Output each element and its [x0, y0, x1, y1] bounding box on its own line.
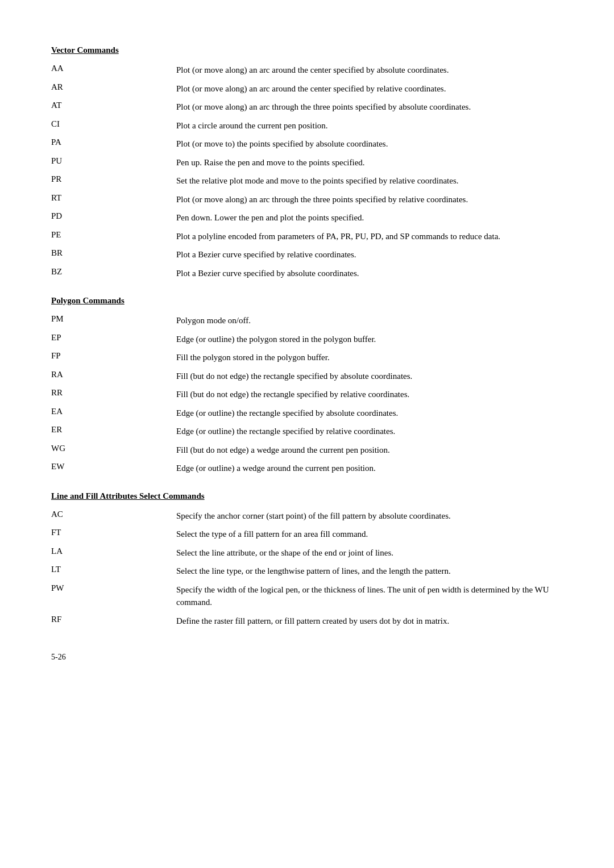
section-title-vector-commands: Vector Commands [51, 45, 563, 55]
table-row: RFDefine the raster fill pattern, or fil… [51, 612, 563, 631]
command-code: RF [51, 612, 176, 631]
command-code: PE [51, 227, 176, 246]
command-code: EP [51, 330, 176, 349]
command-description: Edge (or outline) the rectangle specifie… [176, 404, 563, 423]
command-table-line-fill-commands: ACSpecify the anchor corner (start point… [51, 507, 563, 631]
command-table-vector-commands: AAPlot (or move along) an arc around the… [51, 61, 563, 282]
command-description: Plot (or move along) an arc around the c… [176, 61, 563, 80]
command-description: Fill (but do not edge) the rectangle spe… [176, 385, 563, 404]
table-row: RAFill (but do not edge) the rectangle s… [51, 367, 563, 386]
table-row: RTPlot (or move along) an arc through th… [51, 190, 563, 209]
command-code: BR [51, 245, 176, 264]
command-code: PR [51, 172, 176, 190]
command-description: Plot a Bezier curve specified by absolut… [176, 264, 563, 283]
table-row: CIPlot a circle around the current pen p… [51, 116, 563, 135]
command-description: Fill (but do not edge) a wedge around th… [176, 441, 563, 460]
table-row: LASelect the line attribute, or the shap… [51, 544, 563, 562]
command-description: Specify the width of the logical pen, or… [176, 581, 563, 612]
table-row: PDPen down. Lower the pen and plot the p… [51, 208, 563, 227]
table-row: FPFill the polygon stored in the polygon… [51, 348, 563, 367]
table-row: EAEdge (or outline) the rectangle specif… [51, 404, 563, 423]
command-code: RR [51, 385, 176, 404]
command-description: Plot (or move along) an arc around the c… [176, 80, 563, 98]
command-description: Plot (or move along) an arc through the … [176, 98, 563, 116]
command-description: Pen up. Raise the pen and move to the po… [176, 153, 563, 172]
table-row: AAPlot (or move along) an arc around the… [51, 61, 563, 80]
command-code: FT [51, 525, 176, 544]
table-row: RRFill (but do not edge) the rectangle s… [51, 385, 563, 404]
command-code: AC [51, 507, 176, 525]
table-row: EPEdge (or outline) the polygon stored i… [51, 330, 563, 349]
command-code: FP [51, 348, 176, 367]
command-code: AT [51, 98, 176, 116]
command-code: PU [51, 153, 176, 172]
command-description: Set the relative plot mode and move to t… [176, 172, 563, 190]
command-description: Plot (or move to) the points specified b… [176, 135, 563, 153]
table-row: PMPolygon mode on/off. [51, 311, 563, 330]
section-title-line-fill-commands: Line and Fill Attributes Select Commands [51, 491, 563, 501]
table-row: EWEdge (or outline) a wedge around the c… [51, 459, 563, 478]
command-description: Plot (or move along) an arc through the … [176, 190, 563, 209]
table-row: ATPlot (or move along) an arc through th… [51, 98, 563, 116]
table-row: FTSelect the type of a fill pattern for … [51, 525, 563, 544]
command-description: Define the raster fill pattern, or fill … [176, 612, 563, 631]
command-code: PD [51, 208, 176, 227]
table-row: WGFill (but do not edge) a wedge around … [51, 441, 563, 460]
command-code: EA [51, 404, 176, 423]
command-code: ER [51, 422, 176, 441]
command-code: EW [51, 459, 176, 478]
table-row: ARPlot (or move along) an arc around the… [51, 80, 563, 98]
section-title-polygon-commands: Polygon Commands [51, 296, 563, 306]
command-description: Plot a Bezier curve specified by relativ… [176, 245, 563, 264]
command-code: PW [51, 581, 176, 612]
command-code: RT [51, 190, 176, 209]
command-code: BZ [51, 264, 176, 283]
command-code: LA [51, 544, 176, 562]
command-code: PM [51, 311, 176, 330]
table-row: PWSpecify the width of the logical pen, … [51, 581, 563, 612]
command-code: PA [51, 135, 176, 153]
page-number: 5-26 [51, 653, 563, 662]
table-row: PUPen up. Raise the pen and move to the … [51, 153, 563, 172]
table-row: EREdge (or outline) the rectangle specif… [51, 422, 563, 441]
command-description: Select the type of a fill pattern for an… [176, 525, 563, 544]
table-row: BZPlot a Bezier curve specified by absol… [51, 264, 563, 283]
table-row: PRSet the relative plot mode and move to… [51, 172, 563, 190]
table-row: ACSpecify the anchor corner (start point… [51, 507, 563, 525]
command-code: WG [51, 441, 176, 460]
command-description: Polygon mode on/off. [176, 311, 563, 330]
command-description: Edge (or outline) the polygon stored in … [176, 330, 563, 349]
command-code: AA [51, 61, 176, 80]
table-row: PAPlot (or move to) the points specified… [51, 135, 563, 153]
command-description: Plot a circle around the current pen pos… [176, 116, 563, 135]
command-code: LT [51, 562, 176, 581]
command-code: AR [51, 80, 176, 98]
command-code: RA [51, 367, 176, 386]
table-row: BRPlot a Bezier curve specified by relat… [51, 245, 563, 264]
command-table-polygon-commands: PMPolygon mode on/off.EPEdge (or outline… [51, 311, 563, 478]
table-row: LTSelect the line type, or the lengthwis… [51, 562, 563, 581]
command-description: Edge (or outline) the rectangle specifie… [176, 422, 563, 441]
table-row: PEPlot a polyline encoded from parameter… [51, 227, 563, 246]
command-description: Select the line type, or the lengthwise … [176, 562, 563, 581]
command-code: CI [51, 116, 176, 135]
command-description: Fill (but do not edge) the rectangle spe… [176, 367, 563, 386]
command-description: Specify the anchor corner (start point) … [176, 507, 563, 525]
command-description: Edge (or outline) a wedge around the cur… [176, 459, 563, 478]
command-description: Select the line attribute, or the shape … [176, 544, 563, 562]
command-description: Fill the polygon stored in the polygon b… [176, 348, 563, 367]
command-description: Pen down. Lower the pen and plot the poi… [176, 208, 563, 227]
command-description: Plot a polyline encoded from parameters … [176, 227, 563, 246]
